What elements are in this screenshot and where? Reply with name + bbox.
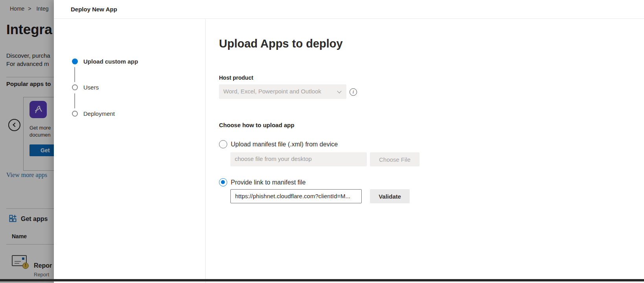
host-product-dropdown[interactable]: Word, Excel, Powerpoint and Outlook xyxy=(219,84,346,99)
content-heading: Upload Apps to deploy xyxy=(219,37,343,50)
step-label-users[interactable]: Users xyxy=(83,84,99,91)
upload-manifest-option[interactable]: Upload manifest file (.xml) from device xyxy=(219,140,338,148)
window-bottom-edge xyxy=(0,279,644,281)
host-product-label: Host product xyxy=(219,75,253,81)
file-path-input[interactable]: choose file from your desktop xyxy=(230,152,367,166)
panel-header: Deploy New App xyxy=(54,0,644,19)
radio-button-selected[interactable] xyxy=(219,178,227,186)
panel-title: Deploy New App xyxy=(71,6,117,13)
manifest-url-input[interactable]: https://phishnet.cloudflare.com?clientId… xyxy=(230,189,362,203)
step-indicator-users xyxy=(72,84,78,90)
step-indicator-deployment xyxy=(72,111,78,117)
provide-link-option[interactable]: Provide link to manifest file xyxy=(219,178,305,186)
step-connector xyxy=(74,93,75,108)
validate-button[interactable]: Validate xyxy=(370,189,410,203)
chevron-down-icon xyxy=(337,89,341,93)
provide-link-label: Provide link to manifest file xyxy=(231,179,305,186)
choose-file-button[interactable]: Choose File xyxy=(370,152,420,166)
host-product-value: Word, Excel, Powerpoint and Outlook xyxy=(223,88,331,95)
step-label-deployment[interactable]: Deployment xyxy=(83,110,115,117)
choose-upload-heading: Choose how to upload app xyxy=(219,122,294,128)
radio-button-unselected[interactable] xyxy=(219,140,227,148)
step-indicator-upload-custom-app xyxy=(72,58,78,64)
panel-content: Upload Apps to deploy Host product Word,… xyxy=(206,19,644,283)
deploy-new-app-panel: Deploy New App Upload custom app Users D… xyxy=(54,0,644,283)
wizard-stepper: Upload custom app Users Deployment xyxy=(54,19,205,283)
step-connector xyxy=(74,67,75,82)
info-icon[interactable]: i xyxy=(350,88,357,96)
step-label-upload-custom-app[interactable]: Upload custom app xyxy=(83,58,138,65)
upload-manifest-label: Upload manifest file (.xml) from device xyxy=(231,141,338,148)
